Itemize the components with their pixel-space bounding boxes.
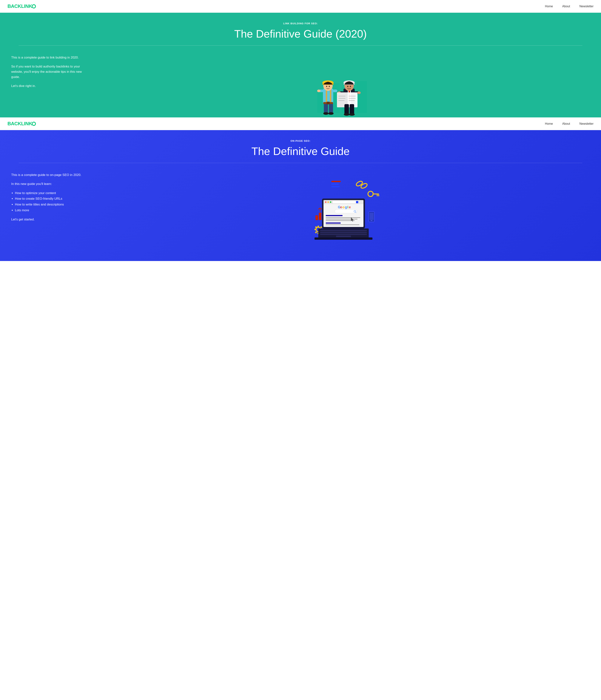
svg-rect-3 (357, 81, 367, 113)
hero2-desc1: This is a complete guide to on-page SEO … (11, 172, 90, 178)
hero1-desc3: Let's dive right in. (11, 83, 90, 89)
nav-links: Home About Newsletter (545, 5, 594, 8)
svg-rect-4 (323, 89, 333, 104)
workers-illustration (308, 53, 379, 117)
hero1-divider (19, 45, 582, 46)
svg-rect-96 (326, 224, 359, 225)
svg-point-34 (357, 92, 361, 94)
svg-rect-44 (344, 104, 349, 115)
logo2-text: BACKLINK (7, 121, 32, 126)
hero2-divider (19, 163, 582, 163)
svg-rect-99 (320, 232, 367, 233)
svg-rect-55 (369, 213, 373, 220)
svg-rect-101 (336, 235, 351, 237)
navbar-bottom: BACKLINK Home About Newsletter (0, 118, 601, 130)
svg-point-46 (344, 113, 349, 116)
nav-link-home[interactable]: Home (545, 5, 553, 8)
svg-rect-65 (315, 229, 316, 230)
svg-rect-80 (333, 201, 357, 203)
hero1-eyebrow: LINK BUILDING FOR SEO: (11, 22, 590, 25)
svg-rect-17 (329, 103, 333, 114)
nav2-link-newsletter[interactable]: Newsletter (579, 122, 594, 125)
logo-o (32, 4, 36, 8)
svg-rect-73 (331, 186, 340, 188)
svg-rect-102 (315, 238, 372, 240)
svg-point-49 (360, 182, 368, 189)
svg-rect-98 (320, 230, 367, 231)
hero1-content: This is a complete guide to link buildin… (11, 53, 590, 117)
nav-link-about[interactable]: About (562, 5, 570, 8)
svg-text:e: e (349, 205, 351, 209)
hero2-desc2: In this new guide you'll learn: (11, 181, 90, 186)
hero2-illustration: G o o g l e (97, 171, 590, 249)
list-item-2: How to create SEO-friendly URLs (15, 196, 90, 202)
svg-rect-6 (330, 90, 331, 103)
svg-text:o: o (340, 205, 342, 209)
svg-rect-58 (319, 212, 321, 220)
nav-item-newsletter[interactable]: Newsletter (579, 5, 594, 8)
hero-section-2: ON-PAGE SEO: The Definitive Guide This i… (0, 130, 601, 261)
svg-rect-100 (320, 234, 367, 235)
nav2-link-home[interactable]: Home (545, 122, 553, 125)
svg-rect-14 (333, 90, 337, 92)
svg-point-30 (350, 85, 351, 87)
svg-point-77 (325, 201, 326, 203)
logo[interactable]: BACKLINK (7, 3, 36, 9)
svg-rect-88 (335, 209, 357, 213)
svg-rect-91 (326, 215, 343, 216)
nav-item-about[interactable]: About (562, 5, 570, 8)
hero2-title: The Definitive Guide (11, 145, 590, 157)
hero1-title: The Definitive Guide (2020) (11, 28, 590, 40)
svg-rect-56 (371, 220, 372, 221)
logo2[interactable]: BACKLINK (7, 121, 36, 127)
nav2-link-about[interactable]: About (562, 122, 570, 125)
hero2-content: This is a complete guide to on-page SEO … (11, 171, 590, 249)
svg-rect-53 (378, 195, 379, 196)
nav-link-newsletter[interactable]: Newsletter (579, 5, 594, 8)
svg-rect-81 (356, 201, 358, 203)
nav2-item-newsletter[interactable]: Newsletter (579, 122, 594, 125)
svg-point-79 (330, 201, 331, 203)
svg-point-50 (368, 191, 373, 197)
svg-rect-45 (350, 104, 354, 115)
hero-section-1: LINK BUILDING FOR SEO: The Definitive Gu… (0, 13, 601, 118)
svg-rect-71 (331, 181, 341, 182)
svg-rect-63 (317, 226, 319, 227)
hero1-desc2: So if you want to build authority backli… (11, 64, 90, 80)
svg-point-19 (328, 112, 334, 115)
hero2-text: This is a complete guide to on-page SEO … (11, 171, 90, 226)
nav-item-home[interactable]: Home (545, 5, 553, 8)
svg-point-11 (326, 85, 327, 87)
svg-text:l: l (347, 205, 348, 209)
logo2-o (32, 122, 36, 126)
laptop-illustration: G o o g l e (304, 171, 383, 249)
list-item-1: How to optimize your content (15, 190, 90, 196)
svg-rect-21 (326, 102, 330, 104)
svg-point-48 (356, 180, 363, 187)
svg-rect-51 (372, 194, 379, 195)
svg-point-15 (317, 90, 320, 92)
hero2-cta: Let's get started. (11, 217, 90, 222)
hero1-illustration (97, 53, 590, 117)
list-item-4: Lots more (15, 207, 90, 213)
hero1-desc1: This is a complete guide to link buildin… (11, 55, 90, 60)
hero2-list: How to optimize your content How to crea… (15, 190, 90, 213)
svg-point-47 (349, 113, 355, 116)
svg-point-29 (347, 85, 348, 87)
hero2-eyebrow: ON-PAGE SEO: (11, 140, 590, 142)
hero1-text: This is a complete guide to link buildin… (11, 53, 90, 92)
svg-point-12 (329, 85, 330, 87)
svg-text:o: o (343, 205, 345, 209)
svg-rect-57 (315, 216, 318, 220)
svg-rect-5 (326, 90, 327, 103)
nav2-links: Home About Newsletter (545, 122, 594, 125)
svg-rect-92 (326, 217, 360, 218)
nav2-item-about[interactable]: About (562, 122, 570, 125)
svg-rect-52 (377, 195, 378, 196)
svg-rect-94 (326, 220, 355, 221)
svg-point-78 (328, 201, 329, 203)
svg-rect-16 (324, 103, 328, 114)
svg-text:g: g (345, 205, 347, 209)
nav2-item-home[interactable]: Home (545, 122, 553, 125)
logo-text: BACKLINK (7, 3, 32, 9)
